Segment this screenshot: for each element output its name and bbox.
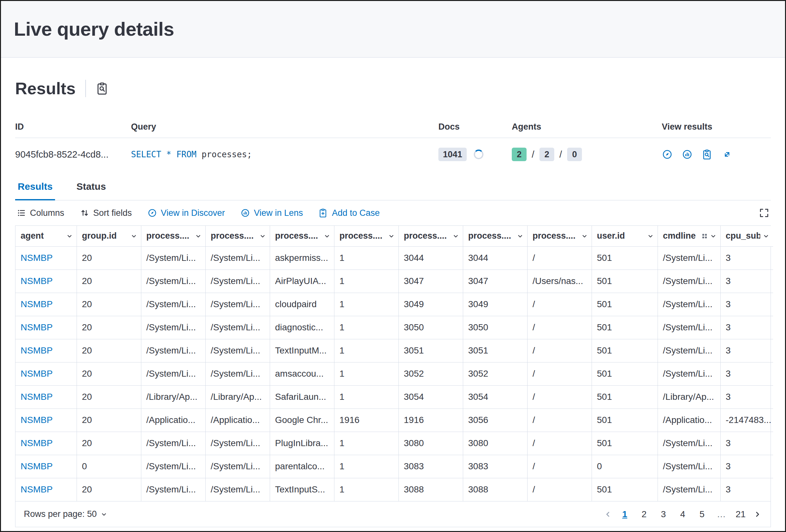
pagination-page-5[interactable]: 5 bbox=[695, 506, 710, 522]
grid-cell: 1916 bbox=[334, 409, 398, 432]
table-row: NSMBP20/System/Li.../System/Li...cloudpa… bbox=[16, 293, 773, 316]
grid-column-header[interactable]: process.... bbox=[334, 226, 398, 246]
grid-column-header[interactable]: cmdline bbox=[657, 226, 720, 246]
view-in-lens-toolbar-button[interactable]: View in Lens bbox=[240, 208, 303, 218]
grid-cell: /Applicatio... bbox=[141, 409, 205, 432]
grid-column-header[interactable]: process.... bbox=[270, 226, 334, 246]
grid-cell: 501 bbox=[592, 316, 657, 339]
fullscreen-button[interactable] bbox=[759, 208, 769, 218]
add-to-case-button[interactable]: Add to Case bbox=[318, 208, 380, 218]
grid-column-header[interactable]: process.... bbox=[463, 226, 527, 246]
rows-per-page-button[interactable]: Rows per page: 50 bbox=[24, 509, 108, 519]
grid-header-row: agentgroup.idprocess....process....proce… bbox=[16, 226, 773, 246]
pagination-next-button[interactable] bbox=[753, 509, 762, 519]
grid-cell: / bbox=[527, 316, 592, 339]
grid-cell: / bbox=[527, 293, 592, 316]
summary-col-view-results: View results bbox=[662, 117, 771, 138]
grid-cell: Google Chr... bbox=[270, 409, 334, 432]
grid-cell: 1 bbox=[334, 385, 398, 409]
grid-cell: 20 bbox=[76, 409, 141, 432]
view-in-lens-label: View in Lens bbox=[254, 208, 303, 218]
add-to-case-icon bbox=[318, 208, 328, 218]
agent-cell: NSMBP bbox=[16, 293, 76, 316]
grid-cell: 3080 bbox=[398, 432, 463, 455]
grid-column-header[interactable]: process.... bbox=[205, 226, 270, 246]
tab-status[interactable]: Status bbox=[74, 181, 109, 200]
grid-cell: /System/Li... bbox=[657, 339, 720, 362]
grid-column-header[interactable]: process.... bbox=[527, 226, 592, 246]
agent-link[interactable]: NSMBP bbox=[21, 461, 53, 471]
grid-cell: /System/Li... bbox=[141, 432, 205, 455]
agent-link[interactable]: NSMBP bbox=[21, 322, 53, 332]
open-details-button[interactable] bbox=[722, 149, 733, 160]
summary-header-row: ID Query Docs Agents View results bbox=[15, 117, 771, 138]
docs-cell: 1041 bbox=[438, 138, 512, 172]
grid-cell: 1 bbox=[334, 362, 398, 385]
agent-link[interactable]: NSMBP bbox=[21, 438, 53, 448]
pagination-page-1[interactable]: 1 bbox=[617, 506, 632, 522]
grid-cell: /System/Li... bbox=[205, 316, 270, 339]
columns-label: Columns bbox=[30, 208, 64, 218]
agent-link[interactable]: NSMBP bbox=[21, 484, 53, 494]
view-in-discover-button[interactable] bbox=[662, 149, 673, 160]
agent-link[interactable]: NSMBP bbox=[21, 345, 53, 356]
grid-cell: 3056 bbox=[463, 409, 527, 432]
table-row: NSMBP20/System/Li.../System/Li...PlugInL… bbox=[16, 432, 773, 455]
agent-link[interactable]: NSMBP bbox=[21, 299, 53, 309]
agent-link[interactable]: NSMBP bbox=[21, 253, 53, 263]
query-summary-table: ID Query Docs Agents View results 9045fc… bbox=[15, 117, 771, 172]
grid-cell: /System/Li... bbox=[657, 362, 720, 385]
pagination-page-21[interactable]: 21 bbox=[733, 506, 748, 522]
grid-cell: /System/Li... bbox=[205, 246, 270, 269]
pagination-page-2[interactable]: 2 bbox=[637, 506, 651, 522]
chevron-down-icon bbox=[100, 510, 108, 518]
agent-link[interactable]: NSMBP bbox=[21, 415, 53, 425]
grid-column-label: cpu_sub... bbox=[726, 231, 761, 241]
grid-cell: /System/Li... bbox=[141, 478, 205, 501]
grid-column-label: process.... bbox=[146, 231, 190, 241]
grid-column-header[interactable]: cpu_sub... bbox=[720, 226, 773, 246]
grid-column-header[interactable]: group.id bbox=[76, 226, 141, 246]
grid-cell: 3 bbox=[720, 362, 773, 385]
grid-cell: /System/Li... bbox=[657, 246, 720, 269]
grid-cell: 20 bbox=[76, 316, 141, 339]
grid-column-header[interactable]: process.... bbox=[141, 226, 205, 246]
grid-cell: 501 bbox=[592, 385, 657, 409]
grid-cell: / bbox=[527, 362, 592, 385]
grid-cell: 501 bbox=[592, 339, 657, 362]
table-row: NSMBP20/Library/Ap.../Library/Ap...Safar… bbox=[16, 385, 773, 409]
tab-results[interactable]: Results bbox=[15, 181, 55, 200]
agent-link[interactable]: NSMBP bbox=[21, 276, 53, 286]
view-in-discover-toolbar-button[interactable]: View in Discover bbox=[147, 208, 225, 218]
chevron-down-icon bbox=[323, 232, 331, 240]
column-actions-icon[interactable] bbox=[701, 233, 708, 240]
grid-cell: 20 bbox=[76, 246, 141, 269]
sort-fields-button[interactable]: Sort fields bbox=[80, 208, 132, 218]
grid-cell: 3047 bbox=[463, 269, 527, 293]
table-row: NSMBP20/Applicatio.../Applicatio...Googl… bbox=[16, 409, 773, 432]
agent-link[interactable]: NSMBP bbox=[21, 369, 53, 379]
fullscreen-icon bbox=[759, 208, 769, 218]
inspect-results-button[interactable] bbox=[96, 82, 109, 95]
agent-cell: NSMBP bbox=[16, 432, 76, 455]
grid-cell: /System/Li... bbox=[657, 432, 720, 455]
grid-cell: /System/Li... bbox=[657, 269, 720, 293]
grid-cell: 3050 bbox=[463, 316, 527, 339]
columns-button[interactable]: Columns bbox=[17, 208, 64, 218]
pagination-page-3[interactable]: 3 bbox=[656, 506, 671, 522]
inspect-results-action-button[interactable] bbox=[702, 149, 713, 160]
sql-star: * bbox=[166, 150, 171, 159]
grid-cell: / bbox=[527, 409, 592, 432]
summary-col-id: ID bbox=[15, 117, 131, 138]
grid-cell: 1 bbox=[334, 316, 398, 339]
grid-cell: 3 bbox=[720, 293, 773, 316]
grid-column-header[interactable]: agent bbox=[16, 226, 76, 246]
agent-link[interactable]: NSMBP bbox=[21, 392, 53, 402]
table-row: NSMBP20/System/Li.../System/Li...askperm… bbox=[16, 246, 773, 269]
grid-cell: / bbox=[527, 478, 592, 501]
pagination-prev-button[interactable] bbox=[603, 509, 613, 519]
grid-column-header[interactable]: process.... bbox=[398, 226, 463, 246]
pagination-page-4[interactable]: 4 bbox=[675, 506, 690, 522]
view-in-lens-button[interactable] bbox=[682, 149, 693, 160]
grid-column-header[interactable]: user.id bbox=[592, 226, 657, 246]
